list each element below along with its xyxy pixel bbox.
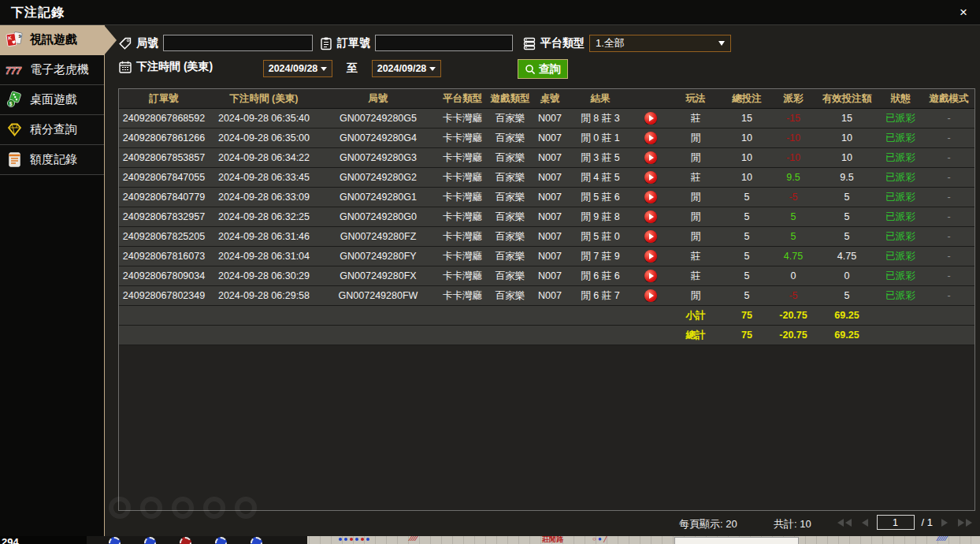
cell-order-no: 240928067809034: [119, 270, 209, 281]
cell-game-type: 百家樂: [488, 270, 533, 283]
cell-round-no: GN007249280FZ: [319, 231, 437, 242]
cell-total-bet: 10: [723, 172, 770, 183]
cell-order-no: 240928067825205: [119, 231, 209, 242]
filter-bar: 局號 訂單號 平台類型 1.全部 下注時間 (美東) 2024/09/28: [118, 25, 977, 87]
cell-order-no: 240928067847055: [119, 172, 209, 183]
cell-bet-time: 2024-09-28 06:31:04: [209, 251, 319, 262]
sidebar-item-label: 桌面遊戲: [30, 92, 77, 107]
bead-road-dots: [339, 538, 369, 541]
pagination: / 1: [836, 515, 974, 530]
cell-platform: 卡卡灣廳: [437, 211, 488, 224]
platform-type-label: 平台類型: [540, 36, 585, 50]
cell-table-no: N007: [533, 172, 567, 183]
platform-type-select[interactable]: 1.全部: [589, 35, 731, 52]
cell-bet-time: 2024-09-28 06:29:58: [209, 290, 319, 301]
sidebar-item-label: 額度記錄: [30, 152, 77, 167]
grand-total-row-total_bet: 75: [723, 330, 770, 341]
replay-cell: [633, 270, 668, 282]
last-page-button[interactable]: [956, 517, 974, 528]
replay-play-icon[interactable]: [644, 211, 657, 223]
cell-bet-type: 莊: [668, 270, 723, 283]
cell-mode: -: [923, 172, 974, 183]
cell-valid-bet: 10: [816, 132, 878, 143]
page-number-input[interactable]: [877, 515, 915, 530]
replay-play-icon[interactable]: [644, 171, 657, 184]
cell-bet-time: 2024-09-28 06:35:00: [209, 132, 319, 143]
table-row: 2409280678329572024-09-28 06:32:25GN0072…: [119, 207, 974, 227]
svg-text:$: $: [9, 101, 13, 107]
cell-round-no: GN007249280G3: [319, 152, 437, 163]
sidebar-item-slots[interactable]: 777 電子老虎機: [0, 55, 104, 85]
replay-play-icon[interactable]: [644, 270, 657, 282]
cell-game-type: 百家樂: [488, 250, 533, 263]
cell-total-bet: 5: [723, 211, 770, 222]
replay-cell: [633, 132, 668, 144]
cell-bet-type: 莊: [668, 112, 723, 125]
sidebar-item-table-games[interactable]: $ 桌面遊戲: [0, 85, 104, 115]
replay-cell: [633, 250, 668, 263]
date-from-value: 2024/09/28: [269, 63, 318, 74]
query-button[interactable]: 查詢: [518, 59, 568, 79]
cell-platform: 卡卡灣廳: [437, 132, 488, 145]
sidebar-item-video-games[interactable]: 9 K 視訊遊戲: [0, 25, 104, 55]
subtotal-row-valid_bet: 69.25: [816, 310, 878, 321]
next-page-button[interactable]: [940, 517, 949, 528]
cell-table-no: N007: [533, 270, 567, 281]
sidebar-item-points[interactable]: 積分查詢: [0, 115, 104, 145]
cell-game-type: 百家樂: [488, 132, 533, 145]
replay-play-icon[interactable]: [644, 250, 657, 263]
sidebar-item-label: 視訊遊戲: [30, 32, 77, 47]
cell-table-no: N007: [533, 231, 567, 242]
close-icon[interactable]: ×: [955, 4, 972, 21]
background-chip-tray: [87, 536, 307, 544]
cell-payout: -15: [770, 113, 816, 124]
cell-mode: -: [923, 152, 974, 163]
background-panel: [674, 537, 799, 544]
cell-game-type: 百家樂: [488, 191, 533, 204]
cell-platform: 卡卡灣廳: [437, 112, 488, 125]
replay-play-icon[interactable]: [644, 191, 657, 203]
first-page-button[interactable]: [836, 517, 853, 528]
cell-status: 已派彩: [878, 270, 923, 283]
cell-result: 閒 4 莊 5: [567, 171, 633, 184]
subtotal-row-payout: -20.75: [770, 310, 816, 321]
cell-mode: -: [923, 231, 974, 242]
col-header: 遊戲類型: [488, 92, 533, 106]
table-row: 2409280678160732024-09-28 06:31:04GN0072…: [119, 247, 974, 266]
cell-valid-bet: 5: [816, 231, 878, 242]
cell-game-type: 百家樂: [488, 151, 533, 165]
replay-play-icon[interactable]: [644, 289, 657, 302]
cell-platform: 卡卡灣廳: [437, 171, 488, 184]
cell-payout: 5: [770, 231, 816, 242]
cell-total-bet: 10: [723, 152, 770, 163]
replay-play-icon[interactable]: [644, 112, 657, 125]
cell-game-type: 百家樂: [488, 112, 533, 125]
sidebar-item-quota[interactable]: 額度記錄: [0, 145, 104, 175]
cell-round-no: GN007249280G2: [319, 172, 437, 183]
date-from-picker[interactable]: 2024/09/28: [263, 60, 332, 77]
prev-page-button[interactable]: [860, 517, 870, 528]
col-header: 桌號: [533, 92, 567, 106]
grand-total-row-bet_type: 總計: [668, 329, 723, 342]
replay-cell: [633, 289, 668, 302]
cell-bet-time: 2024-09-28 06:33:09: [209, 192, 319, 203]
replay-play-icon[interactable]: [644, 132, 657, 144]
order-no-input[interactable]: [375, 35, 513, 51]
cell-valid-bet: 5: [816, 290, 878, 301]
cell-mode: -: [923, 113, 974, 124]
bet-records-table: 訂單號 下注時間 (美東) 局號 平台類型 遊戲類型 桌號 結果 玩法 總投注 …: [118, 88, 975, 511]
cell-platform: 卡卡灣廳: [437, 191, 488, 204]
table-row: 2409280678023492024-09-28 06:29:58GN0072…: [119, 286, 974, 306]
cell-round-no: GN007249280FX: [319, 270, 437, 281]
cell-round-no: GN007249280FY: [319, 251, 437, 262]
date-to-picker[interactable]: 2024/09/28: [372, 60, 441, 77]
cell-round-no: GN007249280FW: [319, 290, 437, 301]
cell-status: 已派彩: [878, 132, 923, 145]
replay-play-icon[interactable]: [644, 230, 657, 243]
cell-result: 閒 6 莊 7: [567, 289, 633, 303]
cell-mode: -: [923, 132, 974, 143]
round-no-input[interactable]: [163, 35, 313, 51]
replay-play-icon[interactable]: [644, 151, 657, 164]
cell-platform: 卡卡灣廳: [437, 151, 488, 165]
cell-valid-bet: 5: [816, 192, 878, 203]
